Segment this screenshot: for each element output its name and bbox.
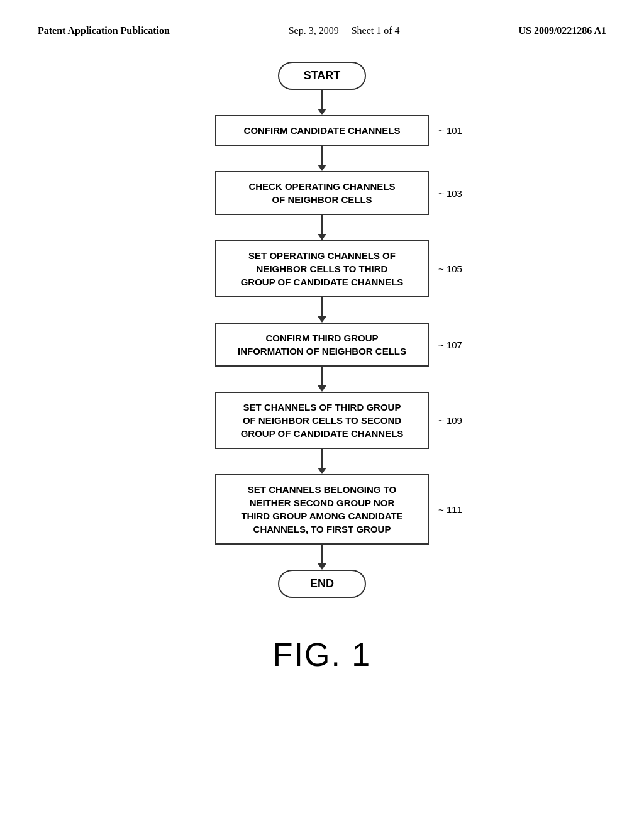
arrow-4	[318, 297, 326, 323]
arrow-6	[318, 449, 326, 474]
step-111-box: SET CHANNELS BELONGING TONEITHER SECOND …	[215, 474, 429, 545]
arrow-5	[318, 367, 326, 392]
flowchart: START CONFIRM CANDIDATE CHANNELS ~ 101 C…	[38, 62, 606, 598]
page-header: Patent Application Publication Sep. 3, 2…	[38, 25, 606, 36]
arrow-2	[318, 146, 326, 171]
sheet-info: Sheet 1 of 4	[352, 25, 400, 36]
step-109-label: ~ 109	[438, 415, 462, 426]
arrow-head	[318, 316, 326, 323]
arrow-line	[321, 297, 323, 316]
arrow-head	[318, 563, 326, 570]
arrow-head	[318, 165, 326, 171]
publication-date: Sep. 3, 2009	[289, 25, 339, 36]
arrow-head	[318, 109, 326, 115]
arrow-line	[321, 545, 323, 563]
step-105-box: SET OPERATING CHANNELS OFNEIGHBOR CELLS …	[215, 240, 429, 297]
arrow-7	[318, 545, 326, 570]
start-node: START	[278, 62, 366, 90]
step-103-label: ~ 103	[438, 188, 462, 199]
step-105-row: SET OPERATING CHANNELS OFNEIGHBOR CELLS …	[215, 240, 429, 297]
step-103-box: CHECK OPERATING CHANNELSOF NEIGHBOR CELL…	[215, 171, 429, 215]
arrow-1	[318, 90, 326, 115]
step-111-label: ~ 111	[438, 504, 462, 515]
step-107-row: CONFIRM THIRD GROUPINFORMATION OF NEIGHB…	[215, 323, 429, 367]
header-center: Sep. 3, 2009 Sheet 1 of 4	[289, 25, 400, 36]
step-109-row: SET CHANNELS OF THIRD GROUPOF NEIGHBOR C…	[215, 392, 429, 449]
arrow-line	[321, 367, 323, 385]
arrow-line	[321, 146, 323, 165]
arrow-head	[318, 234, 326, 240]
arrow-line	[321, 215, 323, 234]
end-node: END	[278, 570, 366, 598]
step-105-label: ~ 105	[438, 263, 462, 274]
step-101-label: ~ 101	[438, 125, 462, 136]
step-107-label: ~ 107	[438, 340, 462, 350]
figure-label: FIG. 1	[38, 636, 606, 673]
step-101-row: CONFIRM CANDIDATE CHANNELS ~ 101	[215, 115, 429, 146]
arrow-head	[318, 468, 326, 474]
step-111-row: SET CHANNELS BELONGING TONEITHER SECOND …	[215, 474, 429, 545]
step-101-box: CONFIRM CANDIDATE CHANNELS	[215, 115, 429, 146]
arrow-line	[321, 449, 323, 468]
page: Patent Application Publication Sep. 3, 2…	[0, 0, 644, 830]
publication-label: Patent Application Publication	[38, 25, 170, 36]
step-107-box: CONFIRM THIRD GROUPINFORMATION OF NEIGHB…	[215, 323, 429, 367]
arrow-line	[321, 90, 323, 109]
arrow-3	[318, 215, 326, 240]
arrow-head	[318, 385, 326, 392]
step-103-row: CHECK OPERATING CHANNELSOF NEIGHBOR CELL…	[215, 171, 429, 215]
patent-number: US 2009/0221286 A1	[518, 25, 606, 36]
step-109-box: SET CHANNELS OF THIRD GROUPOF NEIGHBOR C…	[215, 392, 429, 449]
